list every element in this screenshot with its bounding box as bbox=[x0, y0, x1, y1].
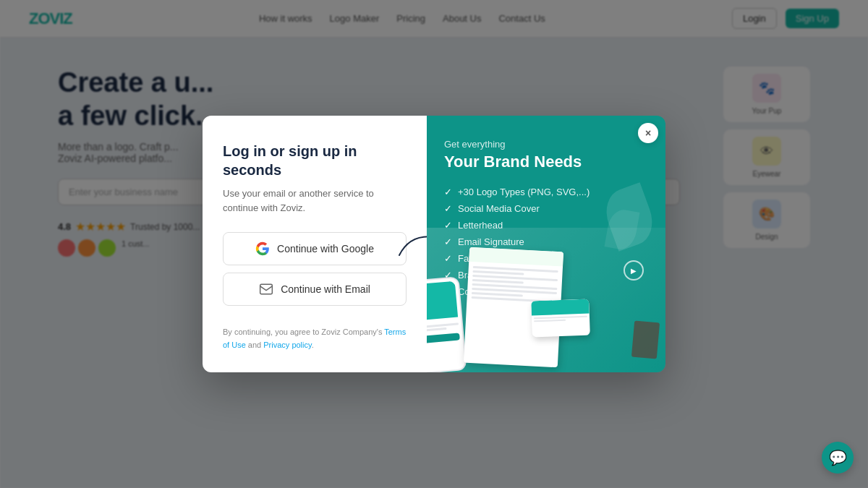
chat-icon: 💬 bbox=[829, 449, 847, 466]
brand-mockup-area bbox=[427, 228, 665, 372]
modal-right-panel: Get everything Your Brand Needs ✓ +30 Lo… bbox=[427, 116, 665, 372]
google-signin-button[interactable]: Continue with Google bbox=[223, 232, 407, 265]
modal-overlay: × Log in or sign up in seconds Use your … bbox=[0, 0, 868, 488]
right-panel-title: Your Brand Needs bbox=[444, 153, 648, 171]
email-signin-button[interactable]: Continue with Email bbox=[223, 273, 407, 306]
mockup-business-card bbox=[531, 299, 590, 337]
modal-title: Log in or sign up in seconds bbox=[223, 142, 407, 179]
privacy-link[interactable]: Privacy policy bbox=[263, 341, 311, 349]
chat-support-button[interactable]: 💬 bbox=[822, 442, 854, 474]
mockup-phone bbox=[427, 276, 467, 372]
check-icon: ✓ bbox=[444, 187, 452, 197]
modal-subtitle: Use your email or another service to con… bbox=[223, 187, 407, 215]
auth-modal: × Log in or sign up in seconds Use your … bbox=[203, 116, 665, 372]
right-panel-eyebrow: Get everything bbox=[444, 139, 648, 150]
google-icon bbox=[255, 241, 270, 256]
modal-footer: By continuing, you agree to Zoviz Compan… bbox=[223, 326, 407, 351]
modal-left-panel: Log in or sign up in seconds Use your em… bbox=[203, 116, 427, 372]
mockup-stamp bbox=[631, 320, 660, 359]
email-icon bbox=[259, 282, 273, 296]
svg-rect-1 bbox=[260, 285, 273, 294]
check-icon: ✓ bbox=[444, 203, 452, 214]
